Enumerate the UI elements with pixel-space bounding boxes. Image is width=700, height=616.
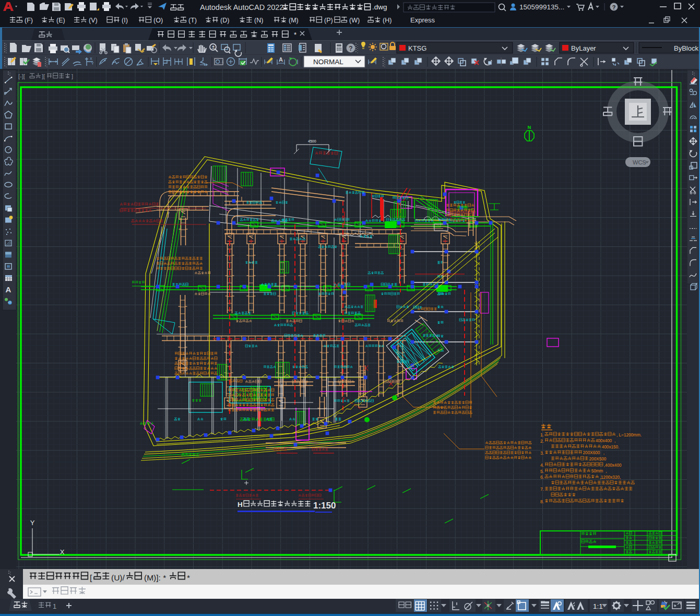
svg-text:(E): (E) — [56, 17, 65, 24]
svg-text:][: ][ — [42, 73, 45, 79]
svg-text:1:150: 1:150 — [313, 501, 336, 511]
svg-text:(W): (W) — [349, 17, 360, 24]
svg-text:400x150.: 400x150. — [602, 445, 620, 449]
svg-text:(M): (M) — [289, 17, 299, 24]
svg-text:(I): (I) — [122, 17, 128, 24]
svg-text:.1: .1 — [220, 60, 224, 64]
svg-text:5.: 5. — [540, 469, 544, 474]
svg-text:(T): (T) — [188, 17, 197, 24]
svg-text:(O): (O) — [153, 17, 163, 24]
svg-text:ByBlock: ByBlock — [674, 44, 698, 52]
svg-text:3.: 3. — [540, 451, 544, 456]
svg-text:?: ? — [349, 45, 352, 52]
svg-text:?: ? — [612, 4, 616, 10]
svg-text:Y: Y — [30, 519, 35, 527]
svg-text:(V): (V) — [89, 17, 98, 24]
svg-text:*: * — [294, 31, 296, 39]
svg-text:8.: 8. — [540, 499, 544, 504]
svg-text:[-][: [-][ — [18, 73, 25, 79]
svg-text:(F): (F) — [25, 17, 33, 24]
svg-text:KTSG: KTSG — [408, 44, 426, 52]
svg-text:4.: 4. — [540, 463, 544, 468]
svg-text:-5.850: -5.850 — [457, 205, 467, 209]
svg-text:X: X — [90, 57, 92, 61]
svg-text:A: A — [279, 56, 283, 63]
svg-text:200X600 ,: 200X600 , — [583, 451, 605, 455]
svg-text:1505999135...: 1505999135... — [519, 3, 564, 11]
svg-text:(H): (H) — [383, 17, 391, 24]
svg-text:,1200x320,: ,1200x320, — [600, 475, 621, 480]
svg-text:,400x400: ,400x400 — [604, 463, 624, 468]
svg-text:H: H — [238, 501, 243, 508]
svg-text:Autodesk AutoCAD 2022: Autodesk AutoCAD 2022 — [200, 3, 283, 11]
svg-text:A: A — [6, 285, 11, 294]
svg-text:NORMAL: NORMAL — [313, 58, 343, 66]
svg-text:ByLayer: ByLayer — [571, 44, 596, 52]
svg-text:*: * — [187, 573, 190, 582]
svg-text:1.: 1. — [540, 432, 544, 437]
svg-text:7.: 7. — [540, 487, 544, 492]
svg-text:Express: Express — [410, 16, 435, 24]
svg-text:±: ± — [212, 44, 215, 50]
svg-text:.dwg: .dwg — [372, 3, 387, 11]
svg-text:400x400 ,: 400x400 , — [596, 439, 616, 443]
svg-text:N: N — [528, 125, 531, 130]
svg-text:Y: Y — [91, 62, 94, 65]
svg-text:(U)/: (U)/ — [111, 573, 125, 582]
svg-text:]: ] — [72, 73, 73, 79]
svg-text:6.: 6. — [540, 475, 544, 480]
svg-text:, L=1200mm.: , L=1200mm. — [616, 433, 642, 437]
svg-text:[: [ — [90, 573, 92, 582]
svg-text:X: X — [60, 548, 65, 556]
svg-text:(N): (N) — [254, 17, 263, 24]
svg-text:2.: 2. — [540, 439, 544, 444]
svg-text:WCS: WCS — [633, 159, 646, 165]
svg-text:1: 1 — [53, 602, 56, 610]
svg-text:1:1: 1:1 — [593, 602, 603, 610]
svg-text:200X500: 200X500 — [589, 457, 610, 461]
svg-text:(M)]: *: (M)]: * — [144, 573, 166, 582]
svg-text:4500: 4500 — [308, 139, 316, 143]
svg-text:(D): (D) — [220, 17, 229, 24]
svg-text:(P): (P) — [324, 17, 333, 24]
svg-text:50mm ,: 50mm , — [591, 469, 609, 473]
